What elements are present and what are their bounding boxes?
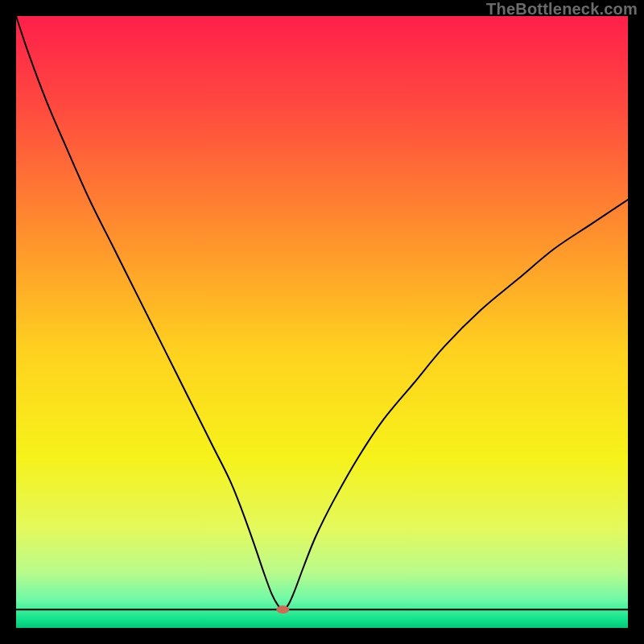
chart-frame: TheBottleneck.com xyxy=(0,0,644,644)
plot-area xyxy=(16,16,628,628)
optimal-marker xyxy=(276,605,289,613)
chart-background xyxy=(16,16,628,628)
chart-svg xyxy=(16,16,628,628)
